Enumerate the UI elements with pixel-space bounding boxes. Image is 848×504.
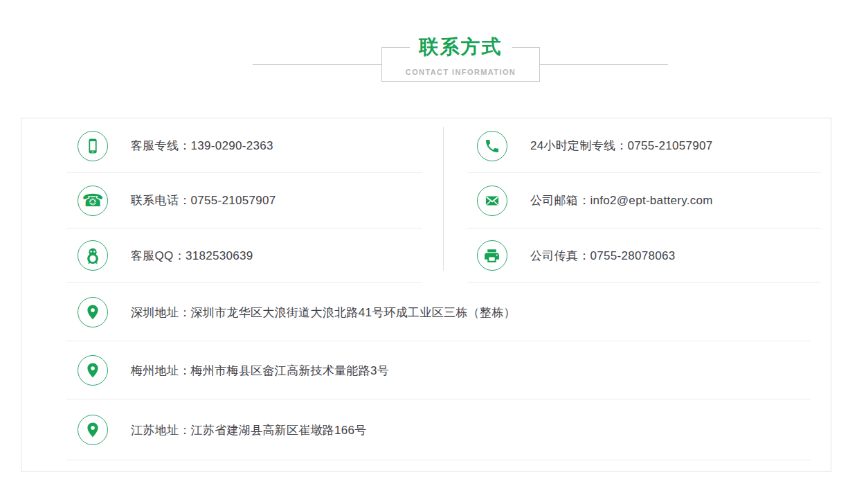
header-line-right: [540, 64, 668, 65]
contact-label: 深圳地址：: [131, 306, 191, 319]
contact-label: 公司传真：: [530, 249, 590, 262]
header-title-box: 联系方式 CONTACT INFORMATION: [381, 47, 540, 82]
location-pin-icon: [78, 415, 108, 445]
contact-value: 139-0290-2363: [191, 139, 273, 152]
contact-row-email: 公司邮箱：info2@ept-battery.com: [442, 173, 831, 228]
header-line-left: [253, 64, 381, 65]
contact-card: 客服专线：139-0290-2363 ☎ 联系电话：0755-21057907 …: [21, 118, 831, 472]
phone-handset-icon: [477, 131, 507, 161]
contact-row-qq: 客服QQ：3182530639: [21, 228, 442, 283]
smartphone-icon: [78, 131, 108, 161]
contact-row-address-shenzhen: 深圳地址：深圳市龙华区大浪街道大浪北路41号环成工业区三栋（整栋）: [21, 283, 831, 341]
page-title: 联系方式: [410, 35, 512, 59]
contact-label: 客服QQ：: [131, 249, 186, 262]
contact-value: 深圳市龙华区大浪街道大浪北路41号环成工业区三栋（整栋）: [191, 306, 516, 319]
contact-label: 24小时定制专线：: [530, 139, 628, 152]
contact-value: info2@ept-battery.com: [590, 194, 712, 207]
contact-value: 江苏省建湖县高新区崔墩路166号: [191, 424, 367, 437]
contact-value: 梅州市梅县区畲江高新技术量能路3号: [191, 364, 390, 377]
fax-printer-icon: [477, 240, 507, 271]
contact-value: 3182530639: [186, 249, 253, 262]
contact-column-right: 24小时定制专线：0755-21057907 公司邮箱：info2@ept-ba…: [442, 118, 831, 283]
contact-value: 0755-21057907: [191, 194, 276, 207]
contact-label: 梅州地址：: [131, 364, 191, 377]
contact-value: 0755-21057907: [628, 139, 713, 152]
contact-row-service-line: 客服专线：139-0290-2363: [21, 118, 442, 173]
contact-column-left: 客服专线：139-0290-2363 ☎ 联系电话：0755-21057907 …: [21, 118, 442, 283]
contact-value: 0755-28078063: [590, 249, 675, 262]
qq-penguin-icon: [78, 240, 108, 271]
page-subtitle: CONTACT INFORMATION: [382, 68, 539, 76]
contact-row-phone: ☎ 联系电话：0755-21057907: [21, 173, 442, 228]
location-pin-icon: [78, 297, 108, 327]
contact-label: 公司邮箱：: [530, 194, 590, 207]
contact-label: 联系电话：: [131, 194, 191, 207]
location-pin-icon: [78, 355, 108, 386]
row-separator: [66, 460, 811, 460]
contact-row-address-jiangsu: 江苏地址：江苏省建湖县高新区崔墩路166号: [21, 399, 831, 460]
contact-row-custom-line: 24小时定制专线：0755-21057907: [442, 118, 831, 173]
section-header: 联系方式 CONTACT INFORMATION: [0, 0, 848, 104]
envelope-icon: [477, 186, 507, 216]
contact-top-grid: 客服专线：139-0290-2363 ☎ 联系电话：0755-21057907 …: [21, 118, 831, 283]
contact-label: 客服专线：: [131, 139, 191, 152]
contact-label: 江苏地址：: [131, 424, 191, 437]
contact-row-address-meizhou: 梅州地址：梅州市梅县区畲江高新技术量能路3号: [21, 341, 831, 399]
telephone-icon: ☎: [78, 186, 108, 216]
contact-row-fax: 公司传真：0755-28078063: [442, 228, 831, 283]
